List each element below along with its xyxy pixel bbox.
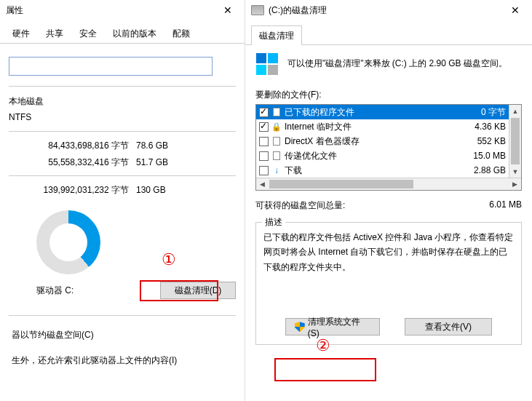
download-arrow-icon: ↓ <box>271 165 282 175</box>
cleanup-info-text: 可以使用"磁盘清理"来释放 (C:) 上的 2.90 GB 磁盘空间。 <box>287 57 507 71</box>
item-size: 2.88 GB <box>455 165 506 175</box>
scroll-thumb[interactable] <box>269 180 413 188</box>
files-listbox[interactable]: 已下载的程序文件0 字节🔒Internet 临时文件4.36 KBDirectX… <box>255 104 522 191</box>
files-to-delete-label: 要删除的文件(F): <box>255 89 522 101</box>
cleanup-info-icon <box>255 52 279 76</box>
item-name: DirectX 着色器缓存 <box>285 135 455 148</box>
compress-option-text: 器以节约磁盘空间(C) <box>9 322 236 343</box>
item-name: 传递优化文件 <box>285 150 455 162</box>
tab-sharing[interactable]: 共享 <box>38 23 71 43</box>
usage-donut-icon <box>36 210 100 274</box>
cleanup-title: (C:)的磁盘清理 <box>269 4 504 17</box>
drive-icon <box>251 5 264 15</box>
annotation-box-2 <box>274 358 376 381</box>
drive-label: 驱动器 C: <box>9 285 160 297</box>
tab-previous-versions[interactable]: 以前的版本 <box>105 23 164 43</box>
volume-name-input[interactable] <box>9 57 213 76</box>
list-item[interactable]: ↓下载2.88 GB <box>256 163 509 178</box>
view-files-button[interactable]: 查看文件(V) <box>405 318 492 336</box>
scroll-right-icon[interactable]: ▶ <box>509 178 521 190</box>
item-name: 已下载的程序文件 <box>285 106 455 119</box>
shield-icon <box>295 322 305 332</box>
file-icon <box>271 107 282 117</box>
index-option-text: 生外，还允许索引此驱动器上文件的内容(I) <box>9 343 236 368</box>
list-item[interactable]: 传递优化文件15.0 MB <box>256 148 509 163</box>
item-size: 15.0 MB <box>455 151 506 161</box>
gain-value: 6.01 MB <box>489 199 522 212</box>
item-size: 0 字节 <box>455 106 506 119</box>
file-icon <box>271 136 282 146</box>
disk-cleanup-button[interactable]: 磁盘清理(D) <box>160 282 236 299</box>
used-space-row: 84,433,698,816 字节 78.6 GB <box>9 138 236 154</box>
vertical-scrollbar[interactable]: ▲ ▼ <box>509 105 521 178</box>
checkbox[interactable] <box>259 122 269 132</box>
filesystem-type: NTFS <box>9 111 236 127</box>
list-item[interactable]: 已下载的程序文件0 字节 <box>256 105 509 119</box>
item-name: Internet 临时文件 <box>285 121 455 133</box>
description-text: 已下载的程序文件包括 ActiveX 控件和 Java 小程序，你查看特定网页时… <box>263 230 514 274</box>
free-space-row: 55,558,332,416 字节 51.7 GB <box>9 154 236 171</box>
close-icon[interactable]: ✕ <box>217 4 239 16</box>
description-legend: 描述 <box>262 216 285 229</box>
checkbox[interactable] <box>259 151 269 161</box>
checkbox[interactable] <box>259 166 269 175</box>
tab-quota[interactable]: 配额 <box>164 23 198 43</box>
gain-label: 可获得的磁盘空间总量: <box>255 199 489 212</box>
properties-tabs: 硬件 共享 安全 以前的版本 配额 <box>0 23 245 44</box>
capacity-row: 139,992,031,232 字节 130 GB <box>9 182 236 199</box>
file-icon <box>271 151 282 161</box>
scroll-left-icon[interactable]: ◀ <box>256 178 269 190</box>
properties-title: 属性 <box>6 4 217 17</box>
scroll-up-icon[interactable]: ▲ <box>509 105 521 117</box>
close-icon[interactable]: ✕ <box>504 4 526 16</box>
scroll-thumb[interactable] <box>511 118 520 164</box>
item-size: 4.36 KB <box>455 122 506 132</box>
horizontal-scrollbar[interactable]: ◀ ▶ <box>256 178 521 190</box>
tab-disk-cleanup[interactable]: 磁盘清理 <box>251 25 302 45</box>
list-item[interactable]: DirectX 着色器缓存552 KB <box>256 134 509 148</box>
checkbox[interactable] <box>259 137 269 146</box>
item-name: 下载 <box>285 164 455 177</box>
item-size: 552 KB <box>455 136 506 146</box>
list-item[interactable]: 🔒Internet 临时文件4.36 KB <box>256 119 509 134</box>
disk-type: 本地磁盘 <box>9 92 236 111</box>
lock-icon: 🔒 <box>271 122 282 132</box>
checkbox[interactable] <box>259 108 269 117</box>
clean-system-files-button[interactable]: 清理系统文件(S) <box>285 318 380 336</box>
scroll-down-icon[interactable]: ▼ <box>509 165 521 178</box>
tab-hardware[interactable]: 硬件 <box>4 23 38 43</box>
tab-security[interactable]: 安全 <box>71 23 105 43</box>
